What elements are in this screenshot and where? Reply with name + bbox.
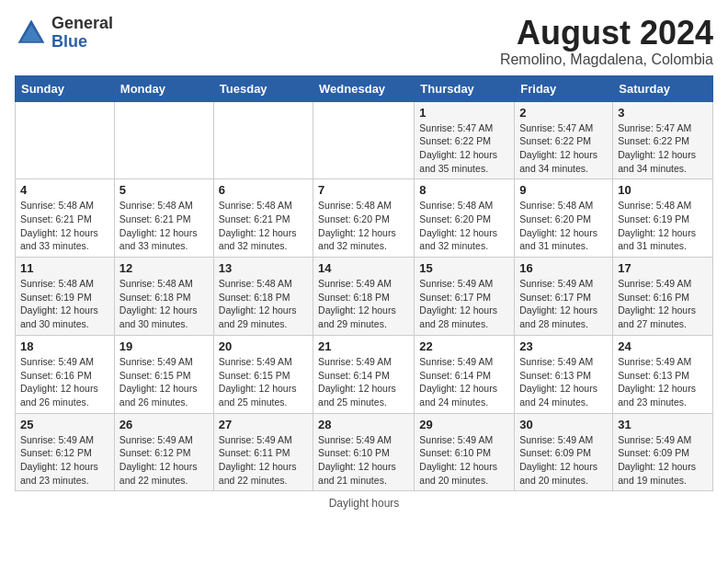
day-info: Sunrise: 5:49 AM Sunset: 6:15 PM Dayligh… [119,355,209,409]
header-monday: Monday [114,75,213,101]
week-row-5: 25Sunrise: 5:49 AM Sunset: 6:12 PM Dayli… [16,413,713,491]
day-number: 29 [419,418,509,431]
calendar-cell: 10Sunrise: 5:48 AM Sunset: 6:19 PM Dayli… [613,179,713,258]
calendar-cell: 31Sunrise: 5:49 AM Sunset: 6:09 PM Dayli… [613,413,713,491]
day-info: Sunrise: 5:49 AM Sunset: 6:13 PM Dayligh… [618,355,708,409]
calendar-cell: 3Sunrise: 5:47 AM Sunset: 6:22 PM Daylig… [613,101,713,179]
day-number: 25 [20,418,109,431]
day-number: 14 [318,261,409,275]
calendar-cell: 16Sunrise: 5:49 AM Sunset: 6:17 PM Dayli… [515,258,613,336]
calendar-header: SundayMondayTuesdayWednesdayThursdayFrid… [16,75,713,101]
day-number: 1 [419,106,509,120]
calendar-cell: 27Sunrise: 5:49 AM Sunset: 6:11 PM Dayli… [213,413,313,491]
calendar-cell: 25Sunrise: 5:49 AM Sunset: 6:12 PM Dayli… [16,413,115,491]
day-info: Sunrise: 5:48 AM Sunset: 6:20 PM Dayligh… [519,199,608,253]
calendar-cell: 14Sunrise: 5:49 AM Sunset: 6:18 PM Dayli… [313,258,415,336]
day-number: 11 [20,261,109,275]
days-of-week-row: SundayMondayTuesdayWednesdayThursdayFrid… [16,75,713,101]
footer-note: Daylight hours [15,497,713,510]
logo-icon [15,17,48,50]
day-info: Sunrise: 5:49 AM Sunset: 6:12 PM Dayligh… [119,433,209,488]
day-info: Sunrise: 5:49 AM Sunset: 6:10 PM Dayligh… [318,433,409,488]
day-info: Sunrise: 5:47 AM Sunset: 6:22 PM Dayligh… [519,121,608,176]
calendar-cell: 5Sunrise: 5:48 AM Sunset: 6:21 PM Daylig… [114,179,213,258]
logo-blue-text: Blue [51,32,87,51]
day-info: Sunrise: 5:48 AM Sunset: 6:21 PM Dayligh… [219,199,308,253]
calendar-cell: 22Sunrise: 5:49 AM Sunset: 6:14 PM Dayli… [415,335,515,413]
calendar-cell [16,101,115,179]
day-info: Sunrise: 5:48 AM Sunset: 6:18 PM Dayligh… [219,277,308,331]
day-info: Sunrise: 5:49 AM Sunset: 6:14 PM Dayligh… [318,355,409,409]
day-info: Sunrise: 5:49 AM Sunset: 6:12 PM Dayligh… [20,433,109,488]
day-number: 26 [119,418,209,431]
logo: General Blue [15,15,113,52]
calendar-cell: 20Sunrise: 5:49 AM Sunset: 6:15 PM Dayli… [213,335,313,413]
day-number: 21 [318,339,409,353]
month-year-title: August 2024 [500,15,713,52]
header-saturday: Saturday [613,75,713,101]
day-number: 4 [20,183,109,197]
day-info: Sunrise: 5:48 AM Sunset: 6:21 PM Dayligh… [119,199,209,253]
calendar-table: SundayMondayTuesdayWednesdayThursdayFrid… [15,75,713,492]
day-info: Sunrise: 5:49 AM Sunset: 6:18 PM Dayligh… [318,277,409,331]
day-info: Sunrise: 5:48 AM Sunset: 6:18 PM Dayligh… [119,277,209,331]
day-number: 17 [618,261,708,275]
day-number: 5 [119,183,209,197]
day-number: 28 [318,418,409,431]
calendar-cell: 28Sunrise: 5:49 AM Sunset: 6:10 PM Dayli… [313,413,415,491]
day-number: 27 [219,418,308,431]
day-number: 12 [119,261,209,275]
day-number: 15 [419,261,509,275]
day-info: Sunrise: 5:49 AM Sunset: 6:13 PM Dayligh… [519,355,608,409]
calendar-cell: 24Sunrise: 5:49 AM Sunset: 6:13 PM Dayli… [613,335,713,413]
day-number: 20 [219,339,308,353]
calendar-cell: 17Sunrise: 5:49 AM Sunset: 6:16 PM Dayli… [613,258,713,336]
calendar-cell: 23Sunrise: 5:49 AM Sunset: 6:13 PM Dayli… [515,335,613,413]
calendar-body: 1Sunrise: 5:47 AM Sunset: 6:22 PM Daylig… [16,101,713,491]
calendar-cell: 7Sunrise: 5:48 AM Sunset: 6:20 PM Daylig… [313,179,415,258]
day-number: 10 [618,183,708,197]
calendar-cell: 11Sunrise: 5:48 AM Sunset: 6:19 PM Dayli… [16,258,115,336]
header-tuesday: Tuesday [213,75,313,101]
calendar-cell: 9Sunrise: 5:48 AM Sunset: 6:20 PM Daylig… [515,179,613,258]
header-friday: Friday [515,75,613,101]
day-info: Sunrise: 5:49 AM Sunset: 6:15 PM Dayligh… [219,355,308,409]
day-info: Sunrise: 5:47 AM Sunset: 6:22 PM Dayligh… [419,121,509,176]
calendar-cell: 26Sunrise: 5:49 AM Sunset: 6:12 PM Dayli… [114,413,213,491]
calendar-cell [114,101,213,179]
day-info: Sunrise: 5:49 AM Sunset: 6:09 PM Dayligh… [618,433,708,488]
calendar-cell: 2Sunrise: 5:47 AM Sunset: 6:22 PM Daylig… [515,101,613,179]
week-row-1: 1Sunrise: 5:47 AM Sunset: 6:22 PM Daylig… [16,101,713,179]
week-row-3: 11Sunrise: 5:48 AM Sunset: 6:19 PM Dayli… [16,258,713,336]
calendar-cell: 13Sunrise: 5:48 AM Sunset: 6:18 PM Dayli… [213,258,313,336]
title-block: August 2024 Remolino, Magdalena, Colombi… [500,15,713,68]
week-row-4: 18Sunrise: 5:49 AM Sunset: 6:16 PM Dayli… [16,335,713,413]
calendar-cell: 29Sunrise: 5:49 AM Sunset: 6:10 PM Dayli… [415,413,515,491]
calendar-cell [213,101,313,179]
day-info: Sunrise: 5:48 AM Sunset: 6:19 PM Dayligh… [618,199,708,253]
day-number: 2 [519,106,608,120]
header-wednesday: Wednesday [313,75,415,101]
day-info: Sunrise: 5:48 AM Sunset: 6:20 PM Dayligh… [318,199,409,253]
day-number: 13 [219,261,308,275]
calendar-cell: 12Sunrise: 5:48 AM Sunset: 6:18 PM Dayli… [114,258,213,336]
day-number: 9 [519,183,608,197]
calendar-cell: 1Sunrise: 5:47 AM Sunset: 6:22 PM Daylig… [415,101,515,179]
day-number: 19 [119,339,209,353]
logo-general-text: General [51,14,113,32]
day-number: 30 [519,418,608,431]
day-info: Sunrise: 5:49 AM Sunset: 6:14 PM Dayligh… [419,355,509,409]
calendar-cell: 21Sunrise: 5:49 AM Sunset: 6:14 PM Dayli… [313,335,415,413]
day-info: Sunrise: 5:49 AM Sunset: 6:16 PM Dayligh… [618,277,708,331]
day-info: Sunrise: 5:47 AM Sunset: 6:22 PM Dayligh… [618,121,708,176]
day-number: 7 [318,183,409,197]
day-number: 6 [219,183,308,197]
calendar-cell: 18Sunrise: 5:49 AM Sunset: 6:16 PM Dayli… [16,335,115,413]
calendar-cell: 4Sunrise: 5:48 AM Sunset: 6:21 PM Daylig… [16,179,115,258]
day-number: 31 [618,418,708,431]
day-info: Sunrise: 5:49 AM Sunset: 6:10 PM Dayligh… [419,433,509,488]
day-info: Sunrise: 5:49 AM Sunset: 6:17 PM Dayligh… [519,277,608,331]
calendar-cell: 8Sunrise: 5:48 AM Sunset: 6:20 PM Daylig… [415,179,515,258]
calendar-cell: 30Sunrise: 5:49 AM Sunset: 6:09 PM Dayli… [515,413,613,491]
header-thursday: Thursday [415,75,515,101]
